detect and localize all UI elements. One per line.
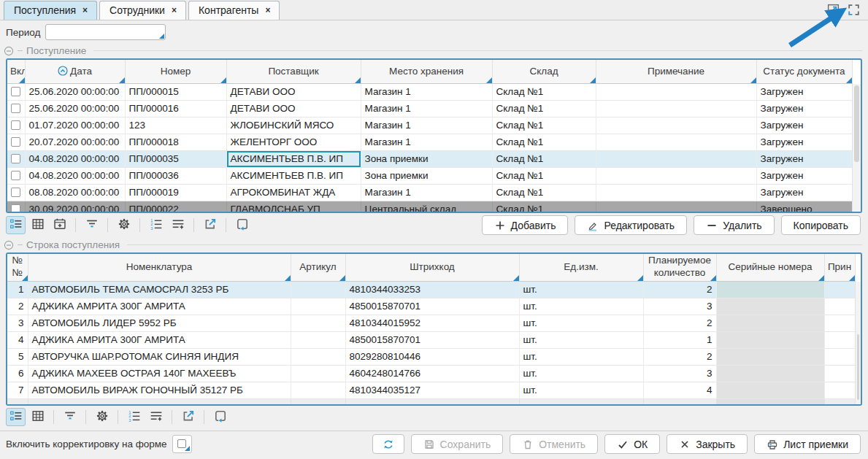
cell[interactable]: ДЕТАВИ ООО — [226, 100, 361, 117]
cell[interactable]: шт. — [519, 348, 643, 365]
tab-close-icon[interactable]: × — [172, 6, 177, 15]
column-header[interactable]: Поставщик — [226, 60, 361, 83]
column-header[interactable]: Планируемое количество — [643, 254, 716, 281]
column-header[interactable]: Примечание — [596, 60, 756, 83]
cell[interactable] — [824, 365, 855, 382]
period-input[interactable] — [45, 24, 166, 40]
cell[interactable]: ПП/000036 — [125, 167, 226, 184]
cell[interactable]: Склад №1 — [492, 100, 596, 117]
cell[interactable]: Склад №1 — [492, 201, 596, 213]
table-row[interactable]: 2АДЖИКА АМРИТА 300Г АМРИТА4850015870701ш… — [7, 298, 855, 315]
cell[interactable]: 3 — [643, 365, 716, 382]
cell[interactable]: АДЖИКА АМРИТА 300Г АМРИТА — [28, 331, 291, 348]
column-header[interactable]: Место хранения — [361, 60, 492, 83]
add-row-button[interactable] — [168, 216, 188, 234]
tab-counterparties[interactable]: Контрагенты × — [188, 1, 280, 20]
cell[interactable]: Центральный склад — [361, 201, 492, 213]
cell[interactable]: Склад №1 — [492, 150, 596, 167]
cell[interactable]: шт. — [519, 382, 643, 398]
refresh-cycle-button[interactable] — [210, 408, 230, 426]
refresh-button[interactable] — [372, 434, 404, 454]
tab-close-icon[interactable]: × — [265, 6, 270, 15]
cell[interactable]: Завершено — [756, 201, 852, 213]
expand-icon[interactable] — [826, 3, 840, 17]
cell[interactable]: 123 — [125, 117, 226, 134]
cell[interactable] — [596, 184, 756, 201]
cancel-button[interactable]: Отменить — [510, 434, 598, 454]
cell[interactable]: Магазин 1 — [361, 184, 492, 201]
cell[interactable]: 04.08.2020 00:00:00 — [25, 150, 125, 167]
table-row[interactable]: 4АДЖИКА АМРИТА 300Г АМРИТА4850015870701ш… — [7, 331, 855, 348]
open-external-button[interactable] — [200, 216, 220, 234]
row-checkbox[interactable] — [11, 171, 20, 180]
cell[interactable] — [7, 167, 25, 184]
tab-close-icon[interactable]: × — [82, 6, 88, 15]
cell[interactable]: шт. — [519, 281, 643, 298]
cell[interactable]: Магазин 1 — [361, 100, 492, 117]
ok-button[interactable]: ОК — [604, 434, 660, 454]
cell[interactable]: ДЕТАВИ ООО — [226, 83, 361, 100]
cell[interactable]: 25.06.2020 00:00:00 — [25, 100, 125, 117]
cell[interactable]: шт. — [519, 331, 643, 348]
table-row[interactable]: 04.08.2020 00:00:00ПП/000036АКСИМЕНТЬЕВ … — [7, 167, 852, 184]
cell[interactable] — [291, 315, 345, 331]
add-button[interactable]: Добавить — [482, 215, 569, 235]
cell[interactable]: Загружен — [756, 150, 852, 167]
table-row[interactable]: 30.09.2020 00:00:00ПП/000022ГЛАВМОЛСНАБ … — [7, 201, 852, 213]
row-checkbox[interactable] — [11, 188, 20, 197]
cell[interactable]: АКСИМЕНТЬЕВ П.В. ИП — [226, 150, 361, 167]
cell[interactable] — [596, 83, 756, 100]
cell[interactable] — [824, 382, 855, 398]
cell[interactable]: Загружен — [756, 117, 852, 134]
cell[interactable]: Магазин 1 — [361, 134, 492, 150]
cell[interactable]: 3 — [643, 298, 716, 315]
column-header[interactable]: Штрихкод — [345, 254, 519, 281]
cell[interactable] — [716, 348, 824, 365]
filter-triangle-icon[interactable] — [19, 77, 25, 83]
cell[interactable] — [716, 365, 824, 382]
table-row[interactable]: 5АВТОРУЧКА ШАР.РОТОМАК СИНЯЯ ИНДИЯ802928… — [7, 348, 855, 365]
cell[interactable]: Зона приемки — [361, 167, 492, 184]
filter-triangle-icon[interactable] — [486, 77, 492, 83]
cell[interactable]: Склад №1 — [492, 134, 596, 150]
close-button[interactable]: Закрыть — [667, 434, 748, 454]
filter-triangle-icon[interactable] — [590, 77, 596, 83]
cell[interactable]: 4810344015952 — [345, 315, 519, 331]
save-button[interactable]: Сохранить — [411, 434, 504, 454]
resize-corner-icon[interactable] — [185, 446, 190, 451]
copy-button[interactable]: Копировать — [781, 215, 861, 235]
cell[interactable] — [716, 298, 824, 315]
cell[interactable]: Зона приемки — [361, 150, 492, 167]
cell[interactable]: шт. — [519, 298, 643, 315]
cell[interactable]: 2 — [643, 281, 716, 298]
cell[interactable]: Загружен — [756, 83, 852, 100]
cell[interactable] — [596, 167, 756, 184]
cell[interactable] — [7, 100, 25, 117]
dock-corners-icon[interactable] — [847, 3, 861, 17]
collapse-icon[interactable] — [4, 240, 14, 250]
list-view-button[interactable] — [6, 408, 26, 426]
cell[interactable]: 4810344035127 — [345, 382, 519, 398]
resize-corner-icon[interactable] — [159, 34, 164, 39]
cell[interactable]: АВТОМОБИЛЬ ЛИДЕР 5952 РБ — [28, 315, 291, 331]
cell[interactable]: ПП/000015 — [125, 83, 226, 100]
settings-button[interactable] — [114, 216, 134, 234]
cell[interactable]: 01.07.2020 00:00:00 — [25, 117, 125, 134]
cell[interactable]: Склад №1 — [492, 83, 596, 100]
cell[interactable] — [824, 331, 855, 348]
table-row[interactable]: 6АДЖИКА МАХЕЕВ ОСТРАЯ 140Г МАХЕЕВЪ460424… — [7, 365, 855, 382]
cell[interactable]: Загружен — [756, 184, 852, 201]
cell[interactable]: шт. — [519, 315, 643, 331]
row-checkbox[interactable] — [11, 137, 20, 147]
cell[interactable]: 2 — [643, 315, 716, 331]
column-header[interactable]: Номер — [125, 60, 226, 83]
column-header[interactable]: Дата — [25, 60, 125, 83]
open-external-button[interactable] — [178, 408, 198, 426]
cell[interactable]: 20.07.2020 00:00:00 — [25, 134, 125, 150]
cell[interactable]: 1 — [643, 331, 716, 348]
table-row[interactable]: 20.07.2020 00:00:00ПП/000018ЖЕЛЕНТОРГ ОО… — [7, 134, 852, 150]
cell[interactable]: 4810344033253 — [345, 281, 519, 298]
collapse-icon[interactable] — [4, 46, 14, 56]
cell[interactable] — [7, 150, 25, 167]
filter-triangle-icon[interactable] — [339, 275, 345, 281]
